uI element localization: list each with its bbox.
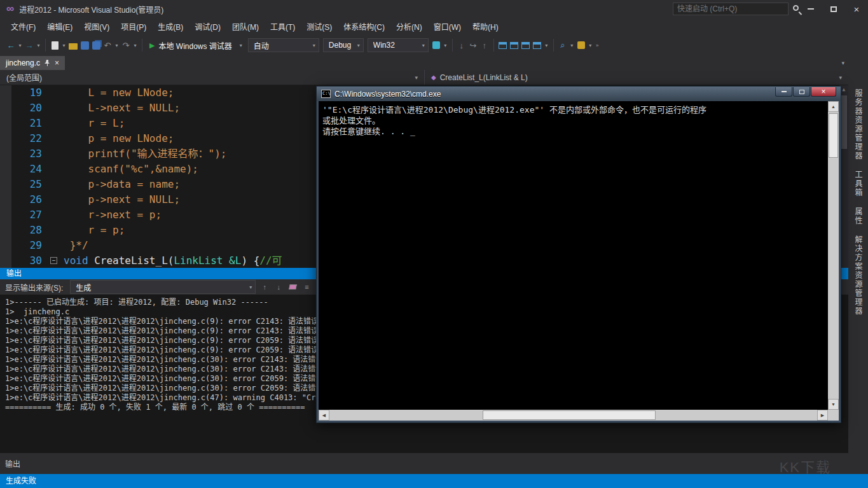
menu-team[interactable]: 团队(M) xyxy=(226,18,265,34)
cmd-minimize-button[interactable] xyxy=(775,87,792,97)
close-button[interactable]: × xyxy=(845,0,868,18)
debug-target-icon[interactable] xyxy=(431,38,442,52)
breakpoint-margin[interactable] xyxy=(0,131,11,146)
menu-tools[interactable]: 工具(T) xyxy=(265,18,301,34)
open-file-icon[interactable] xyxy=(67,38,79,52)
breakpoint-margin[interactable] xyxy=(0,146,11,162)
breakpoint-margin[interactable] xyxy=(0,238,11,253)
breakpoint-margin[interactable] xyxy=(0,192,11,207)
step-into-icon[interactable]: ↓ xyxy=(456,38,467,52)
cmd-line: '"E:\c程序设计语言\进程2012\Debug\进程2012.exe"' 不… xyxy=(322,104,825,115)
quick-launch-box[interactable] xyxy=(673,3,789,15)
menu-analyze[interactable]: 分析(N) xyxy=(390,18,428,34)
output-source-value: 生成 xyxy=(76,282,245,293)
member-combo[interactable]: ◆ CreateList_L(LinkList & L) ▾ xyxy=(425,70,848,85)
goto-previous-message-icon[interactable]: ↑ xyxy=(258,281,272,293)
output-panel-tab[interactable]: 输出 xyxy=(5,458,20,469)
find-in-files-icon[interactable]: ⌕ xyxy=(557,38,568,52)
bookmark-icon[interactable] xyxy=(575,38,587,52)
output-window-icon[interactable] xyxy=(509,38,520,52)
breakpoint-margin[interactable] xyxy=(0,162,11,177)
menu-window[interactable]: 窗口(W) xyxy=(428,18,467,34)
cmd-console[interactable]: '"E:\c程序设计语言\进程2012\Debug\进程2012.exe"' 不… xyxy=(319,101,839,421)
solution-configuration-combo[interactable]: Debug ▾ xyxy=(323,38,364,52)
menu-architecture[interactable]: 体系结构(C) xyxy=(338,18,390,34)
document-list-dropdown[interactable]: ▾ xyxy=(841,60,844,66)
undo-icon[interactable]: ↶ xyxy=(102,38,113,52)
sidebar-tab-properties[interactable]: 属性 xyxy=(853,207,864,225)
output-source-combo[interactable]: 生成 ▾ xyxy=(70,280,256,294)
menu-file[interactable]: 文件(F) xyxy=(5,18,41,34)
breakpoint-margin[interactable] xyxy=(0,223,11,238)
debug-target-dropdown[interactable]: ▾ xyxy=(442,38,449,52)
scroll-up-icon[interactable]: ▲ xyxy=(843,85,846,94)
menu-help[interactable]: 帮助(H) xyxy=(467,18,504,34)
breakpoint-margin[interactable] xyxy=(0,116,11,131)
quick-launch-input[interactable] xyxy=(673,4,788,13)
scrollbar-thumb[interactable] xyxy=(841,95,847,149)
debug-windows-dropdown[interactable]: ▾ xyxy=(543,38,550,52)
step-over-icon[interactable]: ↪ xyxy=(467,38,479,52)
start-debug-button[interactable]: ▶ 本地 Windows 调试器 ▾ xyxy=(146,38,246,52)
step-out-icon[interactable]: ↑ xyxy=(479,38,490,52)
navigate-backward-dropdown[interactable]: ▾ xyxy=(17,38,24,52)
solution-platform-combo[interactable]: Win32 ▾ xyxy=(368,38,429,52)
breakpoints-window-icon[interactable] xyxy=(497,38,509,52)
redo-dropdown[interactable]: ▾ xyxy=(132,38,139,52)
separator xyxy=(142,39,142,52)
menu-project[interactable]: 项目(P) xyxy=(115,18,152,34)
sidebar-tab-solution-explorer[interactable]: 解决方案资源管理器 xyxy=(853,235,864,316)
navigate-backward-icon[interactable]: ← xyxy=(5,38,17,52)
bookmark-dropdown[interactable]: ▾ xyxy=(587,38,594,52)
watch-window-icon[interactable] xyxy=(532,38,543,52)
maximize-button[interactable] xyxy=(822,0,845,18)
sidebar-tab-server-explorer[interactable]: 服务器资源管理器 xyxy=(853,89,864,160)
title-bar[interactable]: ∞ 进程2012 - Microsoft Visual Studio(管理员) … xyxy=(0,0,868,18)
navigate-forward-icon[interactable]: → xyxy=(24,38,35,52)
immediate-window-icon[interactable] xyxy=(520,38,532,52)
redo-icon[interactable]: ↷ xyxy=(120,38,132,52)
undo-dropdown[interactable]: ▾ xyxy=(113,38,120,52)
menu-debug[interactable]: 调试(D) xyxy=(189,18,226,34)
breakpoint-margin[interactable] xyxy=(0,85,11,101)
clear-all-output-icon[interactable] xyxy=(286,281,300,293)
cmd-close-button[interactable]: × xyxy=(811,87,836,97)
scroll-down-icon[interactable]: ▼ xyxy=(828,399,839,410)
navigate-forward-dropdown[interactable]: ▾ xyxy=(35,38,42,52)
menu-edit[interactable]: 编辑(E) xyxy=(41,18,78,34)
goto-next-message-icon[interactable]: ↓ xyxy=(272,281,286,293)
menu-view[interactable]: 视图(V) xyxy=(78,18,115,34)
save-all-icon[interactable] xyxy=(90,38,102,52)
cmd-horizontal-scrollbar[interactable]: ◀ ▶ xyxy=(319,410,828,421)
save-icon[interactable] xyxy=(79,38,90,52)
code-fold-toggle[interactable]: − xyxy=(50,257,57,264)
new-file-icon[interactable] xyxy=(49,38,60,52)
new-file-dropdown[interactable]: ▾ xyxy=(60,38,67,52)
breakpoint-margin[interactable] xyxy=(0,253,11,268)
tab-jincheng-c[interactable]: jincheng.c × xyxy=(0,56,65,70)
scroll-up-icon[interactable]: ▲ xyxy=(828,101,839,112)
scroll-right-icon[interactable]: ▶ xyxy=(817,410,828,421)
cmd-vertical-scrollbar[interactable]: ▲ ▼ xyxy=(828,101,839,410)
scrollbar-thumb[interactable] xyxy=(483,410,656,420)
find-dropdown[interactable]: ▾ xyxy=(568,38,575,52)
toggle-word-wrap-icon[interactable]: ≡ xyxy=(300,281,313,293)
breakpoint-margin[interactable] xyxy=(0,101,11,116)
toolbar-overflow-button[interactable]: » xyxy=(594,38,601,52)
scroll-left-icon[interactable]: ◀ xyxy=(319,410,329,421)
debug-type-combo[interactable]: 自动 ▾ xyxy=(248,38,319,52)
breakpoint-margin[interactable] xyxy=(0,177,11,192)
sidebar-tab-toolbox[interactable]: 工具箱 xyxy=(853,171,864,197)
cmd-maximize-button[interactable] xyxy=(793,87,810,97)
scope-combo[interactable]: (全局范围) ▾ xyxy=(0,70,425,85)
pin-icon[interactable] xyxy=(45,60,50,66)
menu-build[interactable]: 生成(B) xyxy=(152,18,189,34)
cmd-window[interactable]: C:\ C:\Windows\system32\cmd.exe × '"E:\c… xyxy=(316,86,841,423)
scrollbar-thumb[interactable] xyxy=(829,113,838,158)
tab-close-icon[interactable]: × xyxy=(55,59,59,67)
search-icon[interactable] xyxy=(793,5,799,11)
breakpoint-margin[interactable] xyxy=(0,207,11,223)
cmd-title-bar[interactable]: C:\ C:\Windows\system32\cmd.exe xyxy=(317,87,841,101)
menu-test[interactable]: 测试(S) xyxy=(301,18,338,34)
minimize-button[interactable] xyxy=(799,0,822,18)
